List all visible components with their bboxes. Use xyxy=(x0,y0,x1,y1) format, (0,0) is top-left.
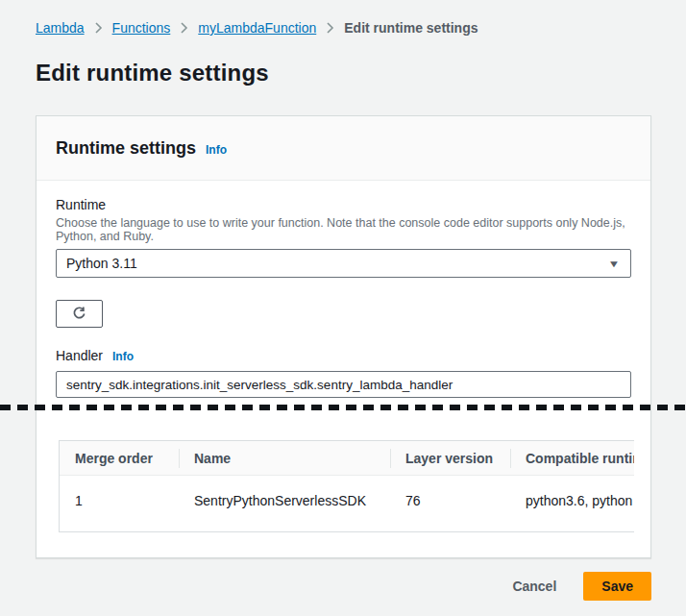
handler-label-row: Handler Info xyxy=(56,346,631,365)
column-header-name: Name xyxy=(179,449,390,468)
save-button[interactable]: Save xyxy=(583,572,651,601)
runtime-settings-card: Runtime settings Info Runtime Choose the… xyxy=(36,115,651,558)
column-header-layer-version: Layer version xyxy=(390,449,510,468)
chevron-right-icon xyxy=(180,22,188,34)
footer-actions: Cancel Save xyxy=(36,572,651,601)
layers-table-inner: Merge order Name Layer version Compatibl… xyxy=(60,441,634,531)
breadcrumb-link-functions[interactable]: Functions xyxy=(112,20,171,36)
runtime-select[interactable]: Python 3.11 ▼ xyxy=(56,249,631,278)
runtime-description-line1: Choose the language to use to write your… xyxy=(56,216,631,230)
runtime-select-value: Python 3.11 xyxy=(66,256,609,271)
chevron-right-icon xyxy=(94,22,103,34)
page-content: Lambda Functions myLambdaFunction Edit r… xyxy=(36,0,651,601)
handler-label: Handler xyxy=(56,346,103,365)
runtime-label: Runtime xyxy=(56,195,631,214)
table-row: 1 SentryPythonServerlessSDK 76 python3.6… xyxy=(60,476,634,531)
card-header: Runtime settings Info xyxy=(37,116,650,181)
page-title: Edit runtime settings xyxy=(36,60,651,86)
column-header-merge-order: Merge order xyxy=(60,449,179,468)
handler-info-link[interactable]: Info xyxy=(112,350,134,363)
cell-compatible-runtimes: python3.6, python xyxy=(510,476,634,531)
breadcrumb-current: Edit runtime settings xyxy=(344,20,478,36)
breadcrumb-link-function-name[interactable]: myLambdaFunction xyxy=(198,20,316,36)
card-body: Runtime Choose the language to use to wr… xyxy=(37,181,650,557)
card-title: Runtime settings xyxy=(56,138,196,159)
column-header-compatible-runtimes: Compatible runtimes xyxy=(510,449,634,468)
cell-layer-version: 76 xyxy=(390,476,510,531)
layers-table: Merge order Name Layer version Compatibl… xyxy=(59,440,634,532)
chevron-right-icon xyxy=(326,22,334,34)
cell-layer-name: SentryPythonServerlessSDK xyxy=(179,476,390,531)
cancel-button[interactable]: Cancel xyxy=(512,579,556,594)
breadcrumb-link-lambda[interactable]: Lambda xyxy=(36,20,85,36)
layers-table-header-row: Merge order Name Layer version Compatibl… xyxy=(60,441,634,476)
breadcrumb: Lambda Functions myLambdaFunction Edit r… xyxy=(36,0,651,36)
runtime-description-line2: Python, and Ruby. xyxy=(56,230,631,243)
refresh-runtimes-button[interactable] xyxy=(56,300,103,328)
handler-input[interactable] xyxy=(56,371,631,398)
screenshot-cut-divider xyxy=(0,405,686,410)
caret-down-icon: ▼ xyxy=(608,259,621,269)
refresh-icon xyxy=(71,306,87,322)
cell-merge-order: 1 xyxy=(60,476,179,531)
runtime-settings-info-link[interactable]: Info xyxy=(206,143,227,157)
